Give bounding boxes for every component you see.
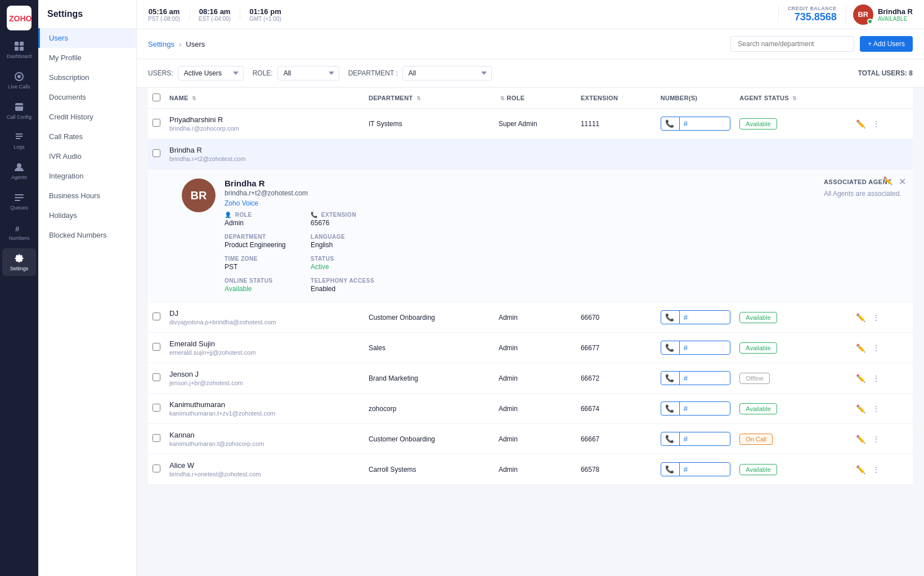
role-cell: Admin: [494, 333, 576, 363]
sidebar-item-logs[interactable]: Logs: [2, 127, 36, 155]
name-cell: Emerald Sujin emerald.sujin+jj@zohotest.…: [165, 333, 364, 363]
agents-icon: [14, 162, 25, 173]
agent-status-cell: [735, 139, 850, 169]
pst-zone: PST (-08:00): [148, 16, 180, 22]
department-cell: Customer Onboarding: [364, 302, 494, 333]
call-button[interactable]: 📞: [661, 432, 678, 445]
department-cell: IT Systems: [364, 109, 494, 139]
more-icon[interactable]: ⋮: [871, 372, 882, 385]
app-logo[interactable]: ZOHO: [7, 6, 32, 30]
call-button[interactable]: 📞: [661, 463, 678, 476]
sidebar-item-documents[interactable]: Documents: [38, 87, 136, 107]
sidebar-item-my-profile[interactable]: My Profile: [38, 48, 136, 68]
status-detail: STATUS Active: [311, 256, 374, 271]
hash-button[interactable]: #: [679, 402, 692, 415]
edit-icon[interactable]: ✏️: [854, 342, 867, 354]
role-filter-select[interactable]: All Super Admin Admin: [277, 66, 339, 81]
sidebar-item-agents[interactable]: Agents: [2, 157, 36, 185]
hash-button[interactable]: #: [679, 372, 692, 385]
row-checkbox[interactable]: [152, 404, 160, 412]
agent-status-cell: Available: [735, 454, 850, 485]
sidebar-item-dashboard[interactable]: Dashboard: [2, 36, 36, 64]
sidebar-item-numbers[interactable]: # Numbers: [2, 218, 36, 246]
edit-icon[interactable]: ✏️: [854, 311, 867, 324]
breadcrumb-separator: ›: [179, 40, 181, 48]
sidebar-item-settings[interactable]: Settings: [2, 248, 36, 276]
department-col-header[interactable]: DEPARTMENT ⇅: [364, 88, 494, 109]
more-icon[interactable]: ⋮: [871, 403, 882, 415]
row-checkbox[interactable]: [152, 434, 160, 442]
select-all-checkbox[interactable]: [152, 93, 160, 101]
edit-icon[interactable]: ✏️: [854, 463, 867, 476]
users-filter-group: USERS: Active Users All Users Inactive U…: [148, 66, 244, 81]
hash-button[interactable]: #: [679, 117, 692, 130]
role-col-header[interactable]: ⇅ ROLE: [494, 88, 576, 109]
row-checkbox[interactable]: [152, 373, 160, 381]
online-status-detail-value: Available: [225, 285, 288, 293]
table-row: Brindha R brindha.r+t2@zohotest.com: [148, 139, 913, 169]
close-expanded-icon[interactable]: ✕: [899, 176, 906, 187]
hash-button[interactable]: #: [679, 311, 692, 324]
telephony-detail: TELEPHONY ACCESS Enabled: [311, 278, 374, 293]
call-button[interactable]: 📞: [661, 311, 678, 324]
more-icon[interactable]: ⋮: [871, 342, 882, 354]
sidebar-item-integration[interactable]: Integration: [38, 166, 136, 186]
logs-icon: [14, 131, 25, 142]
sidebar-item-live-calls[interactable]: Live Calls: [2, 66, 36, 95]
hash-button[interactable]: #: [679, 432, 692, 445]
edit-expanded-icon[interactable]: ✏️: [883, 176, 892, 185]
sidebar-item-business-hours[interactable]: Business Hours: [38, 186, 136, 206]
sidebar-item-queues[interactable]: Queues: [2, 187, 36, 216]
hash-button[interactable]: #: [679, 463, 692, 476]
more-icon[interactable]: ⋮: [871, 433, 882, 445]
user-email: brindha.r@zohocorp.com: [169, 125, 360, 132]
row-checkbox[interactable]: [152, 465, 160, 472]
row-actions-cell: [850, 139, 913, 169]
call-button[interactable]: 📞: [661, 372, 678, 385]
department-filter-label: DEPARTMENT :: [348, 69, 398, 77]
number-buttons: 📞 #: [661, 432, 731, 446]
row-checkbox[interactable]: [152, 312, 160, 320]
edit-icon[interactable]: ✏️: [854, 433, 867, 445]
est-zone: EST (-04:00): [199, 16, 231, 22]
row-actions: ✏️ ⋮: [854, 403, 908, 415]
sidebar-item-holidays[interactable]: Holidays: [38, 206, 136, 225]
sidebar-item-ivr-audio[interactable]: IVR Audio: [38, 146, 136, 166]
agent-status-cell: Available: [735, 109, 850, 139]
number-buttons: 📞 #: [661, 462, 731, 476]
sidebar-item-call-rates[interactable]: Call Rates: [38, 127, 136, 146]
breadcrumb-settings-link[interactable]: Settings: [148, 40, 174, 48]
name-col-header[interactable]: NAME ⇅: [165, 88, 364, 109]
sidebar-item-users[interactable]: Users: [38, 28, 136, 48]
agent-status-col-header[interactable]: AGENT STATUS ⇅: [735, 88, 850, 109]
name-cell: Priyadharshini R brindha.r@zohocorp.com: [165, 109, 364, 139]
status-badge: Offline: [739, 373, 770, 384]
more-icon[interactable]: ⋮: [871, 463, 882, 476]
user-email: jenson.j+br@zohotest.com: [169, 379, 360, 386]
hash-button[interactable]: #: [679, 341, 692, 354]
add-users-button[interactable]: + Add Users: [860, 36, 913, 52]
call-button[interactable]: 📞: [661, 402, 678, 415]
sidebar-item-subscription[interactable]: Subscription: [38, 68, 136, 87]
breadcrumb: Settings › Users: [148, 40, 205, 48]
call-button[interactable]: 📞: [661, 341, 678, 354]
user-profile-section[interactable]: BR Brindha R AVAILABLE: [853, 5, 913, 25]
sidebar-item-call-config[interactable]: Call Config: [2, 97, 36, 125]
row-checkbox[interactable]: [152, 149, 160, 157]
search-input[interactable]: [730, 36, 854, 52]
row-checkbox[interactable]: [152, 343, 160, 351]
sidebar-item-blocked-numbers[interactable]: Blocked Numbers: [38, 225, 136, 245]
users-filter-select[interactable]: Active Users All Users Inactive Users: [178, 66, 244, 81]
svg-point-8: [17, 163, 21, 168]
sidebar-item-credit-history[interactable]: Credit History: [38, 107, 136, 127]
more-icon[interactable]: ⋮: [871, 118, 882, 130]
edit-icon[interactable]: ✏️: [854, 118, 867, 130]
more-icon[interactable]: ⋮: [871, 311, 882, 324]
edit-icon[interactable]: ✏️: [854, 403, 867, 415]
call-button[interactable]: 📞: [661, 117, 678, 130]
extension-detail: 📞 EXTENSION 65676: [311, 212, 374, 227]
edit-icon[interactable]: ✏️: [854, 372, 867, 385]
department-filter-select[interactable]: All IT Systems Customer Onboarding: [402, 66, 492, 81]
row-checkbox[interactable]: [152, 119, 160, 127]
expanded-user-product-link[interactable]: Zoho Voice: [225, 199, 374, 207]
